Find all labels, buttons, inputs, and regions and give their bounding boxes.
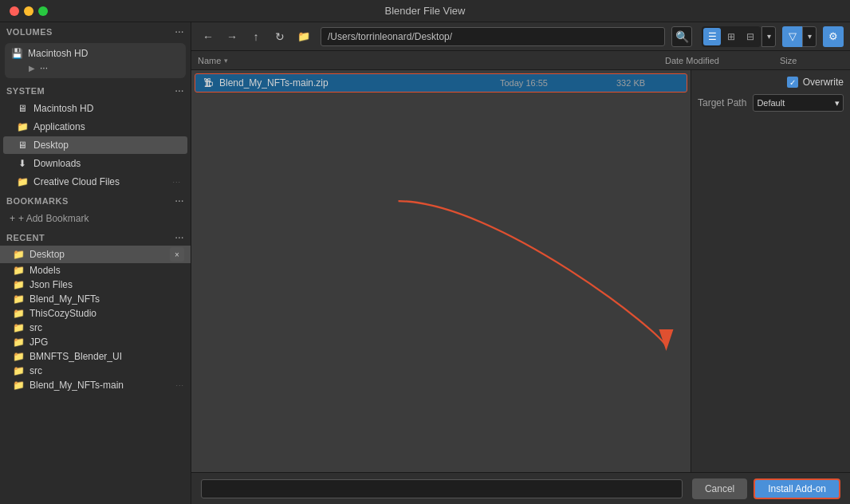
- overwrite-checkbox[interactable]: ✓: [787, 77, 798, 88]
- target-path-value: Default: [757, 98, 785, 108]
- sidebar-item-label: Downloads: [33, 158, 181, 169]
- view-grid2-button[interactable]: ⊞: [722, 28, 740, 45]
- desktop-icon: 🖥: [16, 139, 29, 152]
- date-column-header[interactable]: Date Modified: [665, 56, 777, 65]
- recent-item-models[interactable]: 📁 Models: [0, 263, 191, 278]
- hdd-icon: 💾: [11, 48, 23, 59]
- recent-section-header[interactable]: Recent ···: [0, 228, 191, 246]
- recent-item-jpg[interactable]: 📁 JPG: [0, 335, 191, 349]
- add-bookmark-button[interactable]: + + Add Bookmark: [3, 211, 187, 226]
- folder-icon: 📁: [13, 293, 25, 305]
- titlebar: Blender File View: [0, 0, 850, 22]
- folder-icon: 📁: [13, 380, 25, 391]
- bottom-bar: Cancel Install Add-on: [191, 472, 850, 504]
- close-button[interactable]: [10, 6, 19, 16]
- folder-icon: 📁: [13, 365, 25, 376]
- toolbar: ← → ↑ ↻ 📁 /Users/torrinleonard/Desktop/ …: [191, 22, 850, 51]
- folder-icon: 📁: [13, 351, 25, 362]
- checkmark-icon: ✓: [789, 78, 796, 87]
- recent-item-desktop[interactable]: 📁 Desktop ×: [0, 246, 191, 263]
- recent-section-label: Recent: [6, 233, 45, 242]
- back-button[interactable]: ←: [198, 26, 218, 47]
- view-mode-group: ☰ ⊞ ⊟: [702, 26, 761, 47]
- sidebar-item-applications[interactable]: 📁 Applications: [3, 118, 187, 136]
- volume-macintosh-hd[interactable]: 💾 Macintosh HD ▶ ···: [5, 43, 186, 78]
- view-grid3-button[interactable]: ⊟: [742, 28, 759, 45]
- folder-icon: 📁: [16, 120, 29, 133]
- recent-item-blend-main[interactable]: 📁 Blend_My_NFTs-main ···: [0, 378, 191, 392]
- recent-item-bmnfts[interactable]: 📁 BMNFTS_Blender_UI: [0, 349, 191, 364]
- folder-icon: 📁: [13, 265, 25, 276]
- new-folder-icon: 📁: [297, 30, 310, 42]
- add-bookmark-label: + Add Bookmark: [18, 213, 89, 224]
- recent-item-thiscozy[interactable]: 📁 ThisCozyStudio: [0, 306, 191, 321]
- forward-icon: →: [226, 30, 238, 43]
- recent-item-label: JPG: [30, 337, 48, 348]
- volume-sub: ▶ ···: [11, 62, 179, 73]
- volumes-section-header[interactable]: Volumes ···: [0, 22, 191, 40]
- recent-item-src[interactable]: 📁 src: [0, 321, 191, 335]
- name-column-header[interactable]: Name ▾: [198, 56, 662, 65]
- filter-button[interactable]: ▽: [782, 26, 803, 47]
- folder-icon: 📁: [13, 249, 25, 260]
- recent-item-close[interactable]: ×: [170, 247, 184, 262]
- filter-dropdown-button[interactable]: ▾: [802, 26, 817, 47]
- volumes-section-label: Volumes: [6, 27, 53, 37]
- minimize-button[interactable]: [24, 6, 33, 16]
- path-value: /Users/torrinleonard/Desktop/: [328, 31, 452, 42]
- target-path-label: Target Path: [698, 97, 746, 108]
- filter-controls: ▽ ▾: [782, 26, 817, 47]
- folder-icon: 📁: [13, 337, 25, 348]
- forward-button[interactable]: →: [222, 26, 242, 47]
- view-list-button[interactable]: ☰: [703, 28, 721, 45]
- target-path-row: Target Path Default ▾: [698, 94, 844, 112]
- refresh-button[interactable]: ↻: [270, 26, 290, 47]
- recent-item-label: Json Files: [30, 279, 73, 290]
- bookmarks-section-label: Bookmarks: [6, 196, 69, 206]
- view-dropdown-button[interactable]: ▾: [761, 26, 776, 47]
- bookmarks-section-dots: ···: [175, 197, 184, 206]
- sidebar-item-creative-cloud[interactable]: 📁 Creative Cloud Files ···: [3, 173, 187, 191]
- window-controls[interactable]: [10, 6, 48, 16]
- recent-item-label: src: [30, 365, 42, 376]
- bookmarks-section-header[interactable]: Bookmarks ···: [0, 191, 191, 209]
- item-dots: ···: [172, 178, 181, 186]
- view-controls: ☰ ⊞ ⊟ ▾: [698, 26, 776, 47]
- target-path-select[interactable]: Default ▾: [753, 94, 844, 112]
- search-button[interactable]: 🔍: [671, 26, 692, 47]
- settings-button[interactable]: ⚙: [823, 26, 844, 47]
- size-column-header[interactable]: Size: [780, 56, 844, 65]
- recent-section-dots: ···: [175, 234, 184, 242]
- cancel-button[interactable]: Cancel: [692, 478, 747, 499]
- refresh-icon: ↻: [275, 30, 285, 43]
- search-icon: 🔍: [675, 30, 689, 43]
- recent-item-blend-my-nfts[interactable]: 📁 Blend_My_NFTs: [0, 292, 191, 306]
- back-icon: ←: [203, 30, 214, 43]
- file-row-zip[interactable]: 🗜 Blend_My_NFTs-main.zip Today 16:55 332…: [195, 73, 687, 93]
- new-folder-button[interactable]: 📁: [293, 26, 314, 47]
- recent-item-src2[interactable]: 📁 src: [0, 364, 191, 378]
- sidebar-item-downloads[interactable]: ⬇ Downloads: [3, 155, 187, 172]
- recent-item-label: BMNFTS_Blender_UI: [30, 351, 122, 362]
- chevron-icon: ▶: [29, 64, 35, 73]
- sidebar-item-desktop[interactable]: 🖥 Desktop: [3, 136, 187, 154]
- recent-item-label: ThisCozyStudio: [30, 308, 96, 319]
- install-addon-button[interactable]: Install Add-on: [754, 478, 840, 499]
- file-name: Blend_My_NFTs-main.zip: [219, 77, 495, 89]
- sidebar-item-label: Applications: [33, 121, 181, 132]
- up-button[interactable]: ↑: [246, 26, 266, 47]
- system-section-header[interactable]: System ···: [0, 81, 191, 99]
- sidebar-item-macintosh-hd[interactable]: 🖥 Macintosh HD: [3, 100, 187, 117]
- recent-item-label: Blend_My_NFTs-main: [30, 380, 124, 391]
- file-browser: 🗜 Blend_My_NFTs-main.zip Today 16:55 332…: [191, 70, 691, 472]
- filename-input[interactable]: [201, 479, 683, 498]
- up-icon: ↑: [254, 30, 259, 43]
- content-area: ← → ↑ ↻ 📁 /Users/torrinleonard/Desktop/ …: [191, 22, 850, 504]
- maximize-button[interactable]: [38, 6, 48, 16]
- overwrite-row: ✓ Overwrite: [698, 77, 844, 88]
- path-bar[interactable]: /Users/torrinleonard/Desktop/: [321, 27, 665, 46]
- system-section-label: System: [6, 86, 45, 96]
- file-area-and-options: 🗜 Blend_My_NFTs-main.zip Today 16:55 332…: [191, 70, 850, 472]
- folder-icon: 📁: [13, 279, 25, 290]
- recent-item-json-files[interactable]: 📁 Json Files: [0, 278, 191, 292]
